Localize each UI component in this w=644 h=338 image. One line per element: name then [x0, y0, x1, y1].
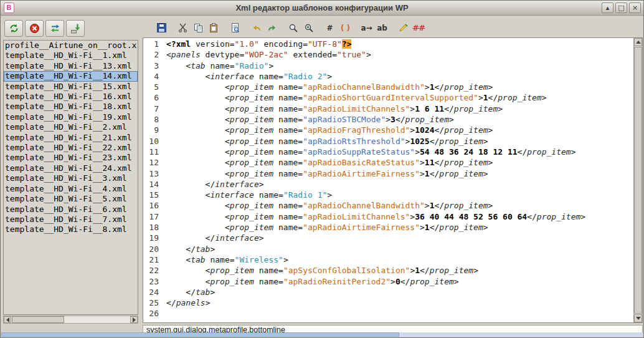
scroll-right-arrow-icon[interactable] — [130, 316, 138, 323]
code-line[interactable]: <interface name="Radio 1"> — [166, 190, 633, 200]
file-list-item[interactable]: template__HD_Wi-Fi__5.xml — [4, 194, 138, 204]
file-list-item[interactable]: template__HD_Wi-Fi__8.xml — [4, 225, 138, 234]
line-number: 25 — [143, 297, 163, 308]
line-number: 4 — [143, 71, 163, 82]
panel-splitter[interactable] — [139, 17, 142, 323]
file-list-item[interactable]: template__HD_Wi-Fi__7.xml — [4, 215, 138, 225]
scroll-down-arrow-icon[interactable] — [634, 314, 642, 322]
line-number: 12 — [143, 157, 163, 168]
highlight-icon — [399, 23, 409, 33]
undo-button[interactable] — [250, 21, 263, 34]
line-numbers-button[interactable]: # — [323, 21, 336, 34]
hscroll-thumb[interactable] — [12, 316, 64, 323]
save-button[interactable] — [155, 21, 168, 34]
code-line[interactable]: <interface name="Radio 2"> — [166, 71, 633, 82]
file-list-item[interactable]: template__HD_Wi-Fi__13.xml — [4, 61, 138, 71]
maximize-icon: □ — [618, 4, 624, 11]
line-number: 13 — [143, 168, 163, 179]
line-number: 7 — [143, 104, 163, 114]
brackets-button[interactable]: ( ) — [339, 21, 352, 34]
code-line[interactable]: </interface> — [166, 179, 633, 190]
code-line[interactable]: </tab> — [166, 287, 633, 297]
scroll-left-arrow-icon[interactable] — [4, 316, 11, 323]
code-line[interactable]: <panels devtype="WOP-2ac" extended="true… — [166, 49, 633, 60]
file-list-item[interactable]: template__HD_Wi-Fi__2.xml — [4, 122, 138, 132]
code-line[interactable]: </panels> — [166, 297, 633, 308]
file-list-hscrollbar[interactable] — [3, 316, 138, 324]
cut-button[interactable] — [176, 21, 189, 34]
code-line[interactable]: <prop_item name="apRadioLimitChannels">1… — [166, 104, 633, 114]
file-list-item[interactable]: template__HD_Wi-Fi__14.xml — [4, 71, 138, 81]
code-line[interactable]: <prop_item name="apRadioAirtimeFairness"… — [166, 168, 633, 179]
code-line[interactable]: <tab name="Radio"> — [166, 60, 633, 71]
code-line[interactable]: <prop_item name="apRadioRtsThreshold">10… — [166, 136, 633, 147]
to-lowercase-button[interactable]: a→ — [360, 21, 373, 34]
bottom-scrollbar[interactable] — [1, 332, 643, 337]
file-list-item[interactable]: profile__Airtune_on__root.x — [4, 41, 138, 51]
code-line[interactable]: <prop_item name="apRadioReinitPeriod2">0… — [166, 276, 633, 287]
refresh-button[interactable] — [4, 20, 23, 37]
code-line[interactable]: <prop_item name="apRadioSuppRateStatus">… — [166, 147, 633, 157]
code-line[interactable]: <prop_item name="apRadioShortGuardInterv… — [166, 92, 633, 103]
find-button[interactable] — [286, 21, 300, 34]
close-button[interactable]: × — [629, 2, 641, 13]
editor-vscrollbar[interactable] — [633, 38, 642, 322]
file-list-item[interactable]: template__HD_Wi-Fi__15.xml — [4, 82, 138, 92]
redo-button[interactable] — [265, 21, 278, 34]
code-line[interactable]: <prop_item name="apRadioChannelBandwidth… — [166, 200, 633, 211]
file-list-item[interactable]: template__HD_Wi-Fi__23.xml — [4, 153, 138, 163]
file-list[interactable]: profile__Airtune_on__root.xtemplate__HD_… — [3, 40, 138, 315]
file-list-item[interactable]: template__HD_Wi-Fi__4.xml — [4, 184, 138, 194]
code-line[interactable]: <?xml version="1.0" encoding="UTF-8"?> — [166, 39, 633, 49]
word-wrap-button[interactable]: ab — [376, 21, 389, 34]
copy-button[interactable] — [192, 21, 205, 34]
stop-icon — [29, 23, 40, 34]
find-in-file-button[interactable] — [229, 21, 242, 34]
code-line[interactable]: </tab> — [166, 244, 633, 254]
file-list-item[interactable]: template__HD_Wi-Fi__3.xml — [4, 173, 138, 183]
code-line[interactable]: <prop_item name="apRadioSTBCMode">3</pro… — [166, 114, 633, 125]
find-icon — [288, 23, 298, 33]
file-list-item[interactable]: template__HD_Wi-Fi__19.xml — [4, 112, 138, 122]
xml-editor[interactable]: 1234567891011121314151617181920212223242… — [143, 37, 643, 323]
file-list-item[interactable]: template__HD_Wi-Fi__18.xml — [4, 102, 138, 112]
to-lowercase-icon: a→ — [361, 24, 372, 32]
vscroll-thumb[interactable] — [634, 47, 642, 314]
code-area[interactable]: <?xml version="1.0" encoding="UTF-8"?><p… — [166, 39, 633, 322]
find-next-button[interactable] — [302, 21, 315, 34]
file-list-item[interactable]: template__HD_Wi-Fi__22.xml — [4, 143, 138, 153]
paste-button[interactable] — [207, 21, 220, 34]
bottom-scroll-thumb[interactable] — [1, 332, 399, 337]
line-number: 1 — [143, 39, 163, 49]
file-list-item[interactable]: template__HD_Wi-Fi__16.xml — [4, 92, 138, 102]
clear-highlight-icon: ## — [412, 24, 425, 32]
file-list-item[interactable]: template__HD_Wi-Fi__6.xml — [4, 205, 138, 215]
line-number: 11 — [143, 147, 163, 157]
code-line[interactable] — [166, 308, 633, 319]
delete-button[interactable] — [25, 20, 44, 37]
scroll-up-arrow-icon[interactable] — [634, 38, 642, 46]
highlight-button[interactable] — [397, 21, 410, 34]
code-line[interactable]: <tab name="Wireless"> — [166, 254, 633, 265]
reload-button[interactable] — [45, 20, 64, 37]
clear-highlight-button[interactable]: ## — [412, 21, 425, 34]
titlebar[interactable]: B Xml редактор шаблонов конфигурации WP … — [1, 1, 643, 16]
code-line[interactable]: <prop_item name="apRadioLimitChannels">3… — [166, 211, 633, 222]
code-line[interactable]: <prop_item name="apRadioBasicRateStatus"… — [166, 157, 633, 168]
code-line[interactable]: <prop_item name="apRadioFragThreshold">1… — [166, 125, 633, 135]
file-list-item[interactable]: template__HD_Wi-Fi__24.xml — [4, 163, 138, 173]
save-icon — [157, 23, 166, 32]
window-title: Xml редактор шаблонов конфигурации WP — [1, 1, 643, 15]
line-number: 6 — [143, 92, 163, 103]
code-line[interactable]: <prop_item name="apSysConfGlobalIsolatio… — [166, 265, 633, 276]
file-list-item[interactable]: template__HD_Wi-Fi__21.xml — [4, 133, 138, 143]
line-number: 5 — [143, 82, 163, 92]
maximize-button[interactable]: □ — [615, 2, 627, 13]
code-line[interactable]: <prop_item name="apRadioAirtimeFairness"… — [166, 222, 633, 233]
code-line[interactable]: </interface> — [166, 233, 633, 243]
code-line[interactable]: <prop_item name="apRadioChannelBandwidth… — [166, 82, 633, 92]
shade-button[interactable]: ▴ — [602, 2, 613, 13]
import-button[interactable] — [66, 20, 85, 37]
file-list-item[interactable]: template__HD_Wi-Fi__1.xml — [4, 51, 138, 60]
line-number: 18 — [143, 222, 163, 233]
